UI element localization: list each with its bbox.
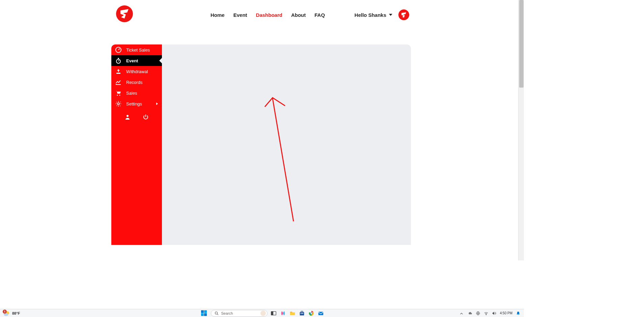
brand-logo-icon bbox=[118, 8, 131, 20]
taskbar-center: Search bbox=[200, 309, 324, 317]
start-button[interactable] bbox=[200, 309, 208, 317]
svg-rect-14 bbox=[318, 312, 323, 315]
caret-down-icon bbox=[389, 14, 392, 16]
scrollbar-thumb[interactable] bbox=[519, 0, 524, 88]
stopwatch-icon bbox=[115, 58, 121, 64]
nav-home[interactable]: Home bbox=[211, 12, 225, 18]
brand-logo[interactable] bbox=[116, 5, 135, 24]
sidebar-item-records[interactable]: Records bbox=[111, 77, 162, 88]
gear-icon bbox=[115, 101, 121, 107]
user-avatar-icon bbox=[400, 11, 408, 19]
search-highlight-icon bbox=[260, 311, 266, 316]
notification-bell-icon[interactable] bbox=[516, 311, 521, 316]
weather-icon: 1 bbox=[3, 310, 10, 317]
nav-faq[interactable]: FAQ bbox=[314, 12, 325, 18]
dashboard-sidebar: Ticket Sales Event Withdrawal Records bbox=[111, 44, 162, 245]
sidebar-item-label: Settings bbox=[126, 101, 142, 106]
sidebar-item-label: Event bbox=[126, 58, 138, 63]
user-avatar[interactable] bbox=[398, 9, 409, 20]
cart-icon bbox=[115, 90, 121, 96]
sidebar-item-label: Sales bbox=[126, 91, 137, 96]
taskbar-mail[interactable] bbox=[317, 310, 324, 317]
sidebar-item-withdrawal[interactable]: Withdrawal bbox=[111, 66, 162, 77]
svg-rect-7 bbox=[271, 311, 273, 315]
sidebar-item-event[interactable]: Event bbox=[111, 55, 162, 66]
taskbar-weather[interactable]: 1 88°F bbox=[0, 310, 20, 317]
tray-wifi-icon[interactable] bbox=[484, 311, 488, 316]
nav-event[interactable]: Event bbox=[233, 12, 247, 18]
sidebar-item-label: Ticket Sales bbox=[126, 47, 150, 53]
dashboard-main-content bbox=[162, 44, 411, 245]
gauge-icon bbox=[115, 47, 121, 53]
taskbar-search[interactable]: Search bbox=[211, 310, 268, 317]
svg-rect-9 bbox=[301, 313, 302, 314]
sidebar-item-settings[interactable]: Settings bbox=[111, 98, 162, 109]
nav-dashboard[interactable]: Dashboard bbox=[256, 12, 282, 18]
taskbar-file-explorer[interactable] bbox=[289, 310, 296, 317]
svg-point-5 bbox=[215, 312, 217, 314]
windows-logo-icon bbox=[201, 310, 207, 316]
power-icon[interactable] bbox=[143, 114, 149, 120]
page-header: Home Event Dashboard About FAQ Hello Sha… bbox=[0, 0, 524, 44]
svg-point-2 bbox=[127, 115, 129, 117]
taskbar-clock[interactable]: 4:50 PM bbox=[500, 311, 512, 315]
page-scrollbar[interactable] bbox=[518, 0, 524, 260]
taskbar-chrome[interactable] bbox=[308, 310, 315, 317]
taskbar-system-tray: 4:50 PM bbox=[459, 311, 524, 316]
top-nav: Home Event Dashboard About FAQ bbox=[211, 12, 325, 18]
profile-icon[interactable] bbox=[124, 114, 131, 120]
tray-language-icon[interactable] bbox=[476, 311, 480, 316]
sidebar-item-label: Records bbox=[126, 80, 142, 85]
clock-time: 4:50 PM bbox=[500, 311, 512, 315]
upload-icon bbox=[115, 68, 121, 74]
tray-onedrive-icon[interactable] bbox=[468, 311, 472, 316]
tray-overflow-icon[interactable] bbox=[459, 311, 464, 316]
taskbar-task-view[interactable] bbox=[270, 310, 277, 317]
search-icon bbox=[215, 311, 219, 315]
caret-right-icon bbox=[156, 102, 158, 105]
sidebar-item-label: Withdrawal bbox=[126, 69, 148, 74]
search-placeholder: Search bbox=[221, 311, 264, 315]
taskbar-microsoft-store[interactable] bbox=[299, 310, 305, 317]
user-greeting-text: Hello Shanks bbox=[355, 12, 386, 18]
taskbar-copilot[interactable] bbox=[280, 310, 286, 317]
sidebar-bottom-actions bbox=[111, 109, 162, 125]
svg-point-16 bbox=[486, 314, 486, 315]
chart-line-icon bbox=[115, 79, 121, 85]
svg-rect-8 bbox=[300, 312, 304, 315]
dashboard-container: Ticket Sales Event Withdrawal Records bbox=[111, 44, 411, 245]
nav-about[interactable]: About bbox=[291, 12, 306, 18]
user-greeting-dropdown[interactable]: Hello Shanks bbox=[355, 12, 392, 18]
sidebar-item-sales[interactable]: Sales bbox=[111, 88, 162, 98]
svg-rect-10 bbox=[302, 313, 303, 314]
annotation-arrow bbox=[263, 95, 310, 223]
weather-badge: 1 bbox=[3, 310, 7, 314]
sidebar-item-ticket-sales[interactable]: Ticket Sales bbox=[111, 44, 162, 55]
svg-point-13 bbox=[311, 313, 312, 314]
weather-temp: 88°F bbox=[12, 311, 20, 315]
svg-point-4 bbox=[4, 313, 8, 316]
user-area: Hello Shanks bbox=[355, 9, 409, 20]
windows-taskbar: 1 88°F Search bbox=[0, 309, 524, 317]
tray-volume-icon[interactable] bbox=[492, 311, 497, 316]
